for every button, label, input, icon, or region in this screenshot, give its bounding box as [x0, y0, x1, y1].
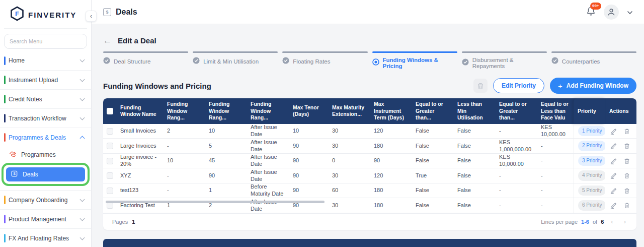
- delete-icon: [624, 143, 630, 149]
- step-counterparties[interactable]: Counterparties: [551, 51, 636, 69]
- edit-icon: [610, 202, 617, 209]
- sidebar-item-instrument-upload[interactable]: Instrument Upload: [0, 70, 91, 89]
- sidebar-item-credit-notes[interactable]: Credit Notes: [0, 89, 91, 108]
- horizontal-scrollbar[interactable]: [106, 201, 325, 203]
- row-checkbox[interactable]: [107, 172, 113, 179]
- search-input[interactable]: [4, 34, 87, 49]
- cell-funding-window-rang: 10: [205, 124, 247, 139]
- step-label: Limit & Min Utilisation: [203, 58, 259, 65]
- stepper: Deal StructureLimit & Min UtilisationFlo…: [103, 51, 636, 69]
- priority-badge: 4 Priority: [578, 170, 605, 181]
- edit-priority-button[interactable]: Edit Priority: [493, 78, 544, 93]
- edit-row-button[interactable]: [609, 187, 618, 195]
- user-avatar[interactable]: [604, 5, 619, 20]
- cell-max-instrument-term-days: 180: [370, 198, 412, 213]
- current-page[interactable]: 1: [132, 219, 135, 225]
- sidebar-item-transaction-workflow[interactable]: Transaction Workflow: [0, 108, 91, 128]
- cell-funding-window-rang: -: [163, 168, 205, 183]
- row-checkbox[interactable]: [107, 128, 113, 135]
- cell-max-tenor-days: 90: [289, 183, 328, 198]
- delete-row-button[interactable]: [623, 157, 631, 165]
- cell-funding-window-rang: -: [163, 139, 205, 153]
- step-label: Funding Windows & Pricing: [383, 57, 457, 69]
- sidebar-menu: HomeInstrument UploadCredit NotesTransac…: [0, 51, 91, 247]
- prev-page-button[interactable]: ‹: [607, 218, 616, 225]
- row-checkbox[interactable]: [107, 143, 113, 149]
- cell-priority: 2 Priority: [574, 139, 605, 153]
- cell-actions: [605, 183, 635, 198]
- cell-max-maturity-extension: 30: [328, 124, 370, 139]
- svg-text:$: $: [13, 171, 16, 176]
- sidebar-item-home[interactable]: Home: [0, 51, 91, 70]
- sidebar-subitem-programmes[interactable]: Programmes: [0, 148, 91, 162]
- completed-step-icon: [462, 58, 469, 68]
- step-floating-rates[interactable]: Floating Rates: [282, 51, 367, 69]
- cell-max-maturity-extension: 30: [328, 139, 370, 153]
- sidebar-item-product-management[interactable]: Product Management: [0, 209, 91, 228]
- sidebar-collapse-button[interactable]: ‹: [86, 11, 97, 22]
- sidebar-item-label: FX And Floating Rates: [9, 235, 80, 242]
- cell-equal-to-or-less-than-face-valu: -: [537, 168, 574, 183]
- cell-actions: [605, 124, 635, 139]
- edit-row-button[interactable]: [609, 127, 618, 136]
- item-color-indicator: [4, 114, 6, 122]
- sidebar-item-programmes-deals[interactable]: Programmes & Deals: [0, 128, 91, 147]
- sidebar-item-company-onboarding[interactable]: Company Onboarding: [0, 190, 91, 209]
- programmes-icon: [9, 151, 17, 157]
- cell-funding-window-rang: After Issue Date: [247, 124, 289, 139]
- step-limit-min-utilisation[interactable]: Limit & Min Utilisation: [193, 51, 278, 69]
- svg-text:F: F: [15, 10, 19, 18]
- cell-funding-window-name: Large invoice - 20%: [116, 154, 163, 168]
- edit-row-button[interactable]: [609, 171, 618, 180]
- column-header-funding-window-rang: Funding Window Rang...: [205, 98, 247, 124]
- account-chevron-down-icon[interactable]: [627, 8, 633, 17]
- chevron-up-icon: [80, 136, 85, 141]
- notification-badge: 99+: [590, 3, 601, 10]
- advanced-settings-header[interactable]: ADVANCED SETTINGS: [103, 239, 636, 247]
- trash-icon: [477, 82, 484, 90]
- sidebar: F FINVERITY ‹ HomeInstrument UploadCredi…: [0, 0, 92, 247]
- bulk-delete-button[interactable]: [473, 79, 488, 93]
- sidebar-item-label: Product Management: [9, 216, 80, 223]
- cell-equal-to-or-greater-than: -: [495, 124, 537, 139]
- row-checkbox[interactable]: [107, 202, 113, 209]
- edit-icon: [610, 158, 617, 164]
- sidebar-item-fx-and-floating-rates[interactable]: FX And Floating Rates: [0, 228, 91, 247]
- step-disbursement-repayments[interactable]: Disbursement & Repayments: [462, 51, 547, 69]
- cell-equal-to-or-greater-than: False: [412, 198, 453, 213]
- notifications-button[interactable]: 99+: [586, 6, 596, 18]
- brand-logo: F FINVERITY: [4, 0, 87, 29]
- sidebar-subitem-deals-active[interactable]: $Deals: [6, 167, 85, 181]
- edit-row-button[interactable]: [609, 142, 618, 150]
- edit-row-button[interactable]: [609, 157, 618, 165]
- edit-icon: [610, 188, 617, 194]
- delete-icon: [624, 128, 630, 135]
- delete-row-button[interactable]: [623, 171, 631, 180]
- chevron-down-icon: [80, 57, 85, 63]
- select-all-checkbox[interactable]: [107, 108, 113, 114]
- table-row: Large invoice - 20%1045After Issue Date9…: [103, 154, 636, 169]
- step-funding-windows-pricing[interactable]: Funding Windows & Pricing: [372, 51, 457, 69]
- add-funding-window-button[interactable]: + Add Funding Window: [550, 78, 636, 94]
- highlight-annotation: $Deals: [2, 163, 90, 186]
- cell-max-instrument-term-days: 90: [370, 154, 412, 168]
- delete-row-button[interactable]: [623, 142, 631, 150]
- item-color-indicator: [4, 215, 6, 223]
- of-label: of: [593, 219, 597, 225]
- cell-funding-window-rang: After Issue Date: [247, 168, 289, 183]
- delete-row-button[interactable]: [623, 201, 631, 210]
- step-deal-structure[interactable]: Deal Structure: [103, 51, 188, 69]
- cell-less-than-min-utilisation: False: [453, 183, 495, 198]
- column-header-actions: Actions: [605, 98, 635, 124]
- check-circle-icon: [193, 57, 200, 64]
- back-button[interactable]: ←: [103, 36, 112, 45]
- delete-row-button[interactable]: [623, 187, 631, 195]
- next-page-button[interactable]: ›: [620, 218, 629, 225]
- cell-max-tenor-days: 90: [289, 154, 328, 168]
- edit-row-button[interactable]: [609, 201, 618, 210]
- lines-per-page-label: Lines per page: [541, 219, 578, 225]
- row-checkbox[interactable]: [107, 158, 113, 164]
- row-checkbox[interactable]: [107, 188, 113, 194]
- delete-icon: [624, 188, 630, 194]
- delete-row-button[interactable]: [623, 127, 631, 136]
